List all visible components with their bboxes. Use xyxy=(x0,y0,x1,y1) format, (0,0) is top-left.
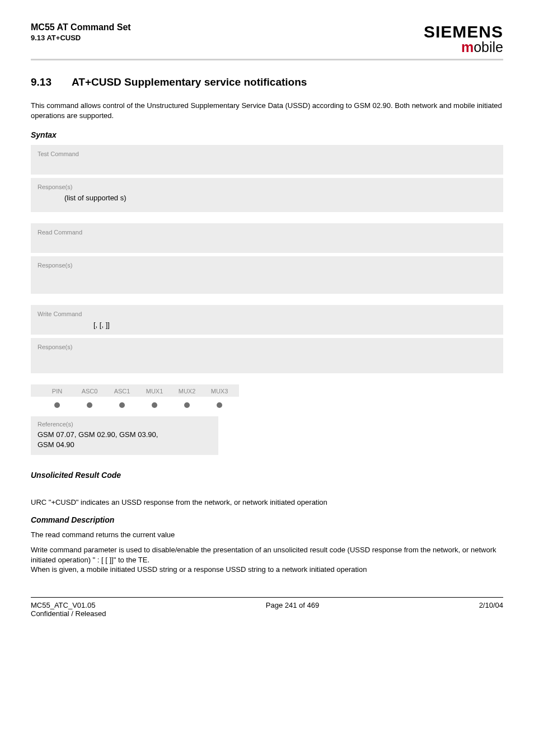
footer-confidentiality: Confidential / Released xyxy=(31,609,106,618)
urc-body: URC "+CUSD" indicates an USSD response f… xyxy=(31,497,503,508)
cmd-desc-write-1: Write command parameter is used to disab… xyxy=(31,546,496,564)
pin-value-row xyxy=(31,397,239,411)
dot-icon xyxy=(152,402,157,408)
read-response-block: Response(s) xyxy=(31,256,503,294)
section-heading: 9.13AT+CUSD Supplementary service notifi… xyxy=(31,76,503,88)
dot-icon xyxy=(119,402,125,408)
write-command-label: Write Command xyxy=(38,311,496,317)
syntax-label: Syntax xyxy=(31,130,503,139)
doc-subsection: 9.13 AT+CUSD xyxy=(31,34,131,42)
read-command-block: Read Command xyxy=(31,223,503,253)
pin-col-asc1: ASC1 xyxy=(106,388,138,395)
brand-sublogo: mobile xyxy=(424,39,503,55)
write-command-block: Write Command [, [, ]] xyxy=(31,305,503,335)
test-command-block: Test Command xyxy=(31,145,503,175)
dot-icon xyxy=(87,402,92,408)
header-left: MC55 AT Command Set 9.13 AT+CUSD xyxy=(31,22,131,42)
dot-icon xyxy=(184,402,190,408)
footer-version: MC55_ATC_V01.05 xyxy=(31,601,106,609)
page-footer: MC55_ATC_V01.05 Confidential / Released … xyxy=(31,597,503,618)
write-command-body: [, [, ]] xyxy=(93,321,110,329)
write-response-block: Response(s) xyxy=(31,338,503,373)
pin-header-row: PIN ASC0 ASC1 MUX1 MUX2 MUX3 xyxy=(31,384,239,397)
read-command-body xyxy=(38,239,496,247)
cmd-desc-read: The read command returns the current val… xyxy=(31,530,503,540)
test-command-label: Test Command xyxy=(38,151,496,157)
write-response-body xyxy=(38,354,496,362)
footer-page: Page 241 of 469 xyxy=(106,601,479,618)
test-response-label: Response(s) xyxy=(38,184,496,190)
read-command-label: Read Command xyxy=(38,229,496,236)
pin-col-mux1: MUX1 xyxy=(138,388,171,395)
pin-col-mux3: MUX3 xyxy=(203,388,236,395)
write-response-label: Response(s) xyxy=(38,344,496,350)
pin-support-table: PIN ASC0 ASC1 MUX1 MUX2 MUX3 xyxy=(31,384,239,411)
section-title: AT+CUSD Supplementary service notificati… xyxy=(72,76,307,88)
read-response-body xyxy=(38,272,496,280)
dot-icon xyxy=(217,402,222,408)
cmd-desc-write-2: When is given, a mobile initiated USSD s… xyxy=(31,565,367,574)
references-line1: GSM 07.07, GSM 02.90, GSM 03.90, xyxy=(38,430,212,440)
brand-logo: SIEMENS xyxy=(424,22,503,41)
pin-col-mux2: MUX2 xyxy=(171,388,203,395)
read-response-label: Response(s) xyxy=(38,262,496,269)
test-response-block: Response(s) (list of supported s) xyxy=(31,178,503,212)
dot-icon xyxy=(54,402,60,408)
brand-m-glyph: m xyxy=(461,39,474,55)
references-line2: GSM 04.90 xyxy=(38,440,212,450)
pin-col-asc0: ASC0 xyxy=(73,388,106,395)
command-description-label: Command Description xyxy=(31,515,503,524)
section-number: 9.13 xyxy=(31,76,51,88)
references-block: Reference(s) GSM 07.07, GSM 02.90, GSM 0… xyxy=(31,416,218,455)
doc-title: MC55 AT Command Set xyxy=(31,22,131,32)
intro-paragraph: This command allows control of the Unstr… xyxy=(31,101,503,120)
test-command-body xyxy=(38,161,496,169)
footer-date: 2/10/04 xyxy=(479,601,503,618)
test-response-body: (list of supported s) xyxy=(64,194,127,202)
header-right: SIEMENS mobile xyxy=(424,22,503,55)
pin-col-pin: PIN xyxy=(41,388,73,395)
page-header: MC55 AT Command Set 9.13 AT+CUSD SIEMENS… xyxy=(31,22,503,60)
references-label: Reference(s) xyxy=(38,421,212,428)
brand-rest: obile xyxy=(474,39,503,55)
urc-label: Unsolicited Result Code xyxy=(31,471,503,480)
